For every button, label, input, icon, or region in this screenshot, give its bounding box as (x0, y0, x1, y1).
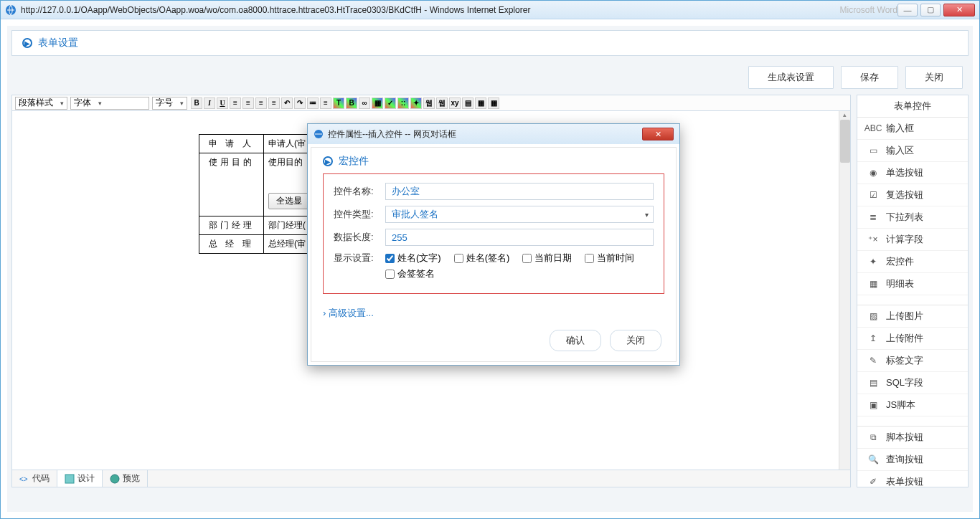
checkbox[interactable] (385, 254, 395, 263)
font-select[interactable]: 字体 (70, 97, 149, 110)
preview-icon (110, 474, 120, 484)
underline-icon[interactable]: U (217, 97, 228, 109)
palette-item-label: 上传图片 (886, 310, 923, 323)
palette-item[interactable]: ≣下拉列表 (857, 206, 968, 229)
check-name-sign[interactable]: 姓名(签名) (454, 252, 510, 265)
checkbox[interactable] (454, 254, 463, 263)
palette-item[interactable]: ▭输入区 (857, 140, 968, 162)
tab-code[interactable]: <>代码 (12, 470, 57, 487)
checkbox[interactable] (385, 270, 395, 279)
code-icon: <> (19, 474, 29, 484)
control-type-select[interactable]: 审批人签名 (385, 206, 654, 223)
checkbox[interactable] (522, 254, 532, 263)
table-icon[interactable]: ▦ (475, 97, 486, 109)
undo-icon[interactable]: ↶ (281, 97, 293, 109)
redo-icon[interactable]: ↷ (294, 97, 306, 109)
close-button[interactable]: 关闭 (905, 66, 963, 89)
palette-item[interactable]: ⁺×计算字段 (857, 229, 968, 251)
palette-item[interactable]: ▤SQL字段 (857, 372, 968, 394)
window-close-button[interactable]: ✕ (943, 4, 975, 16)
palette-item-icon: ☑ (867, 189, 879, 201)
dialog-close-button[interactable]: ✕ (642, 128, 674, 141)
svg-point-3 (110, 475, 119, 483)
dialog-title-bar[interactable]: 控件属性--插入控件 -- 网页对话框 ✕ (308, 124, 679, 144)
unordered-list-icon[interactable]: ≡ (320, 97, 331, 109)
check-current-date[interactable]: 当前日期 (522, 252, 572, 265)
palette-item-label: SQL字段 (886, 376, 923, 389)
palette-item[interactable]: ↥上传附件 (857, 328, 968, 350)
check-current-time[interactable]: 当前时间 (585, 252, 634, 265)
palette-item-icon: ▨ (867, 310, 879, 322)
editor-view-tabs: <>代码 设计 预览 (12, 470, 850, 487)
palette-title: 表单控件 (857, 95, 968, 118)
palette-item[interactable]: ⧉脚本按钮 (857, 427, 968, 449)
expand-icon: ▶ (22, 38, 32, 48)
plugin-icon[interactable]: ✦ (410, 97, 422, 109)
palette-item[interactable]: ☑复选按钮 (857, 184, 968, 206)
palette-item[interactable]: ABC输入框 (857, 118, 968, 140)
ordered-list-icon[interactable]: ≔ (307, 97, 319, 109)
save-button[interactable]: 保存 (841, 66, 898, 89)
palette-item-icon: ⧉ (867, 432, 879, 443)
palette-item[interactable]: ◉单选按钮 (857, 162, 968, 184)
select-all-button[interactable]: 全选显 (268, 193, 310, 209)
palette-item[interactable]: ▨上传图片 (857, 305, 968, 328)
ie-icon (314, 129, 324, 139)
pattern-icon[interactable]: :: (397, 97, 409, 109)
palette-item-label: 查询按钮 (886, 453, 923, 466)
minimize-button[interactable]: — (897, 4, 918, 16)
align-justify-icon[interactable]: ≡ (268, 97, 280, 109)
cell-label: 申 请 人 (199, 135, 264, 153)
palette-item-label: 输入区 (886, 144, 914, 157)
xy-icon[interactable]: xy (449, 97, 461, 109)
palette-item-icon: ⁺× (867, 234, 879, 245)
bg-color-icon[interactable]: B (346, 97, 357, 109)
maximize-button[interactable]: ▢ (920, 4, 941, 16)
web-on-icon[interactable]: 웹 (423, 97, 435, 109)
data-length-input[interactable] (385, 229, 654, 246)
tab-preview[interactable]: 预览 (103, 470, 148, 487)
font-size-select[interactable]: 字号 (152, 97, 187, 110)
dialog-ok-button[interactable]: 确认 (550, 330, 601, 351)
palette-item[interactable]: ✐表单按钮 (857, 471, 968, 487)
label-control-name: 控件名称: (334, 185, 385, 198)
palette-item[interactable]: ▣JS脚本 (857, 394, 968, 416)
source-icon[interactable]: ▤ (462, 97, 473, 109)
del-table-icon[interactable]: ▦ (488, 97, 499, 109)
checkbox[interactable] (585, 254, 594, 263)
palette-item-icon: ◉ (867, 167, 879, 178)
dialog-cancel-button[interactable]: 关闭 (610, 330, 661, 351)
palette-item[interactable]: ✦宏控件 (857, 251, 968, 273)
generate-table-button[interactable]: 生成表设置 (748, 66, 834, 89)
palette-item[interactable]: ✎标签文字 (857, 350, 968, 372)
control-property-dialog: 控件属性--插入控件 -- 网页对话框 ✕ ▶ 宏控件 控件名称: 控件类型: … (307, 123, 680, 366)
form-settings-panel: ▶ 表单设置 (11, 30, 969, 56)
script-icon[interactable]: ✓ (385, 97, 396, 109)
palette-item[interactable]: ▦明细表 (857, 273, 968, 295)
paragraph-style-select[interactable]: 段落样式 (15, 97, 67, 110)
cell-label: 使用目的 (199, 153, 264, 216)
image-icon[interactable]: ▦ (372, 97, 383, 109)
text-color-icon[interactable]: T (333, 97, 344, 109)
palette-item-label: 表单按钮 (886, 475, 923, 487)
ie-icon (5, 4, 17, 16)
web-off-icon[interactable]: 웹 (436, 97, 448, 109)
align-right-icon[interactable]: ≡ (255, 97, 267, 109)
link-icon[interactable]: ∞ (359, 97, 370, 109)
check-cosign[interactable]: 会签签名 (385, 267, 435, 280)
align-center-icon[interactable]: ≡ (242, 97, 254, 109)
palette-item-icon: ✎ (867, 355, 879, 366)
check-name-text[interactable]: 姓名(文字) (385, 252, 441, 265)
palette-item-icon: ▤ (867, 377, 879, 389)
advanced-settings-link[interactable]: › 高级设置... (311, 303, 676, 324)
dialog-title: 控件属性--插入控件 -- 网页对话框 (328, 128, 456, 141)
italic-icon[interactable]: I (204, 97, 215, 109)
window-title-bar: http://127.0.0.1/OAapp/WebObjects/OAapp.… (1, 1, 979, 19)
control-name-input[interactable] (385, 183, 654, 200)
control-palette: 表单控件 ABC输入框▭输入区◉单选按钮☑复选按钮≣下拉列表⁺×计算字段✦宏控件… (857, 95, 969, 487)
tab-design[interactable]: 设计 (57, 470, 103, 487)
bold-icon[interactable]: B (191, 97, 202, 109)
vertical-scrollbar[interactable] (839, 111, 850, 470)
palette-item[interactable]: 🔍查询按钮 (857, 449, 968, 471)
align-left-icon[interactable]: ≡ (230, 97, 241, 109)
